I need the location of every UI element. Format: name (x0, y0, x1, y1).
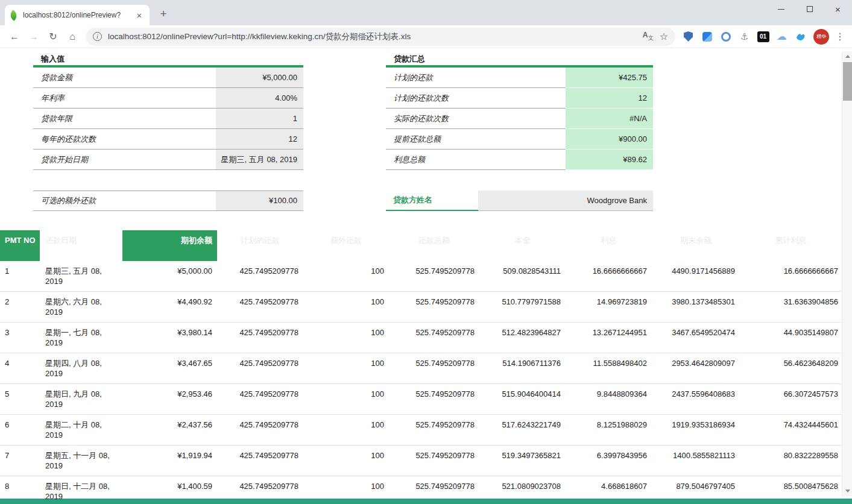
table-row: 6 星期二, 十月 08, 2019 ¥2,437.56 425.7495209… (0, 415, 842, 446)
cell-interest: 4.668618607 (566, 476, 652, 496)
cell-interest: 6.3997843956 (566, 446, 652, 465)
cell-interest: 14.969723819 (566, 292, 652, 312)
bookmark-star-icon[interactable]: ☆ (660, 31, 668, 42)
input-row: 年利率 4.00% (33, 88, 303, 109)
window-maximize-button[interactable] (795, 0, 824, 18)
cell-ending-balance: 3980.1373485301 (652, 292, 740, 312)
cell-ending-balance: 879.5046797405 (652, 476, 740, 496)
cell-ending-balance: 3467.6549520474 (652, 323, 740, 342)
header-payment-date: 还款日期 (40, 230, 122, 261)
cell-ending-balance: 1919.9353186934 (652, 415, 740, 435)
cell-ending-balance: 1400.5855821113 (652, 446, 740, 465)
cell-total-payment: 525.7495209778 (389, 353, 479, 373)
minimize-icon (778, 9, 784, 10)
shield-extension-button[interactable] (680, 28, 697, 45)
translate-icon[interactable]: A 文 (643, 31, 654, 42)
cell-ending-balance: 2437.5596408683 (652, 384, 740, 404)
cell-cumulative-interest: 66.3072457573 (740, 384, 842, 404)
scroll-down-arrow-icon (845, 490, 850, 493)
reload-button[interactable]: ↻ (45, 29, 61, 45)
anchor-icon: ⚓ (740, 31, 748, 42)
blue-square-extension-button[interactable] (698, 28, 716, 45)
cell-principal: 509.0828543111 (479, 261, 566, 281)
cell-payment-date: 星期六, 六月 08, 2019 (40, 292, 122, 322)
cell-pmt-no: 8 (0, 476, 40, 496)
new-tab-button[interactable]: + (156, 6, 171, 22)
cell-pmt-no: 5 (0, 384, 40, 404)
browser-window: localhost:8012/onlinePreview? × + × ← → … (0, 0, 852, 504)
window-minimize-button[interactable] (767, 0, 795, 18)
cell-ending-balance: 2953.4642809097 (652, 353, 740, 373)
input-panel-title: 输入值 (33, 51, 303, 68)
summary-row: 提前还款总额 ¥900.00 (386, 129, 653, 150)
cell-scheduled-payment: 425.7495209778 (217, 446, 303, 465)
cell-payment-date: 星期日, 九月 08, 2019 (40, 384, 122, 414)
cell-scheduled-payment: 425.7495209778 (217, 261, 303, 281)
cell-pmt-no: 3 (0, 323, 40, 342)
browser-tab[interactable]: localhost:8012/onlinePreview? × (5, 5, 150, 25)
cell-total-payment: 525.7495209778 (389, 384, 479, 404)
tab-close-icon[interactable]: × (134, 10, 145, 20)
cell-pmt-no: 4 (0, 353, 40, 373)
shield-icon (684, 31, 693, 42)
cell-cumulative-interest: 31.6363904856 (740, 292, 842, 312)
bird-extension-button[interactable] (792, 28, 809, 45)
browser-toolbar: ← → ↻ ⌂ i localhost:8012/onlinePreview?u… (0, 25, 852, 48)
vertical-scrollbar[interactable] (842, 51, 852, 496)
window-close-button[interactable]: × (824, 0, 852, 18)
back-button[interactable]: ← (7, 29, 22, 45)
input-row: 每年的还款次数 12 (33, 129, 303, 150)
table-row: 8 星期日, 十二月 08, 2019 ¥1,400.59 425.749520… (0, 476, 842, 504)
forward-button[interactable]: → (26, 29, 42, 45)
url-text[interactable]: localhost:8012/onlinePreview?url=http://… (108, 31, 637, 42)
scheduled-payments-count-value: 12 (566, 88, 653, 109)
cell-extra-payment: 100 (303, 415, 389, 435)
badge-01-icon: 01 (757, 31, 769, 42)
cell-payment-date: 星期三, 五月 08, 2019 (40, 261, 122, 291)
anchor-extension-button[interactable]: ⚓ (736, 28, 753, 45)
cell-cumulative-interest: 85.5008475628 (740, 476, 842, 496)
profile-avatar[interactable]: 精华 (813, 29, 829, 45)
header-ending-balance: 期末余额 (652, 230, 740, 261)
home-button[interactable]: ⌂ (65, 29, 80, 45)
summary-panel: 贷款汇总 计划的还款 ¥425.75 计划的还款次数 12 实际的还款次数 #N… (386, 51, 653, 211)
cell-extra-payment: 100 (303, 292, 389, 312)
cell-extra-payment: 100 (303, 476, 389, 496)
total-interest-value: ¥89.62 (566, 150, 653, 170)
cell-total-payment: 525.7495209778 (389, 476, 479, 496)
cell-payment-date: 星期四, 八月 08, 2019 (40, 353, 122, 383)
page-info-icon[interactable]: i (93, 32, 102, 41)
cell-principal: 519.3497365821 (479, 446, 566, 465)
address-bar[interactable]: i localhost:8012/onlinePreview?url=http:… (86, 28, 675, 46)
scheduled-payments-count-label: 计划的还款次数 (386, 88, 566, 109)
scroll-down-button[interactable] (842, 486, 852, 496)
cell-beginning-balance: ¥1,919.94 (122, 446, 217, 465)
header-pmt-no: PMT NO (0, 230, 40, 261)
cloud-extension-button[interactable]: ☁ (773, 28, 790, 45)
ring-extension-button[interactable] (717, 28, 734, 45)
cell-extra-payment: 100 (303, 384, 389, 404)
cell-ending-balance: 4490.9171456889 (652, 261, 740, 281)
cell-total-payment: 525.7495209778 (389, 415, 479, 435)
cell-scheduled-payment: 425.7495209778 (217, 353, 303, 373)
ring-icon (721, 32, 731, 42)
cell-total-payment: 525.7495209778 (389, 261, 479, 281)
extra-payment-value: ¥100.00 (216, 191, 303, 211)
cell-scheduled-payment: 425.7495209778 (217, 415, 303, 435)
cell-cumulative-interest: 16.6666666667 (740, 261, 842, 281)
browser-menu-icon[interactable]: ⋮ (833, 31, 847, 42)
cell-cumulative-interest: 44.9035149807 (740, 323, 842, 342)
window-controls: × (767, 0, 852, 18)
summary-row: 计划的还款 ¥425.75 (386, 68, 653, 88)
scroll-up-button[interactable] (842, 51, 852, 61)
cell-pmt-no: 6 (0, 415, 40, 435)
cell-scheduled-payment: 425.7495209778 (217, 384, 303, 404)
annual-rate-label: 年利率 (33, 88, 216, 109)
file-preview-area: 输入值 贷款金额 ¥5,000.00 年利率 4.00% 贷款年限 1 每年的还… (0, 48, 852, 499)
cell-scheduled-payment: 425.7495209778 (217, 476, 303, 496)
cell-principal: 517.6243221749 (479, 415, 566, 435)
scrollbar-thumb[interactable] (843, 62, 852, 101)
total-interest-label: 利息总额 (386, 150, 566, 170)
badge-01-extension-button[interactable]: 01 (754, 28, 772, 45)
cell-cumulative-interest: 80.8322289558 (740, 446, 842, 465)
